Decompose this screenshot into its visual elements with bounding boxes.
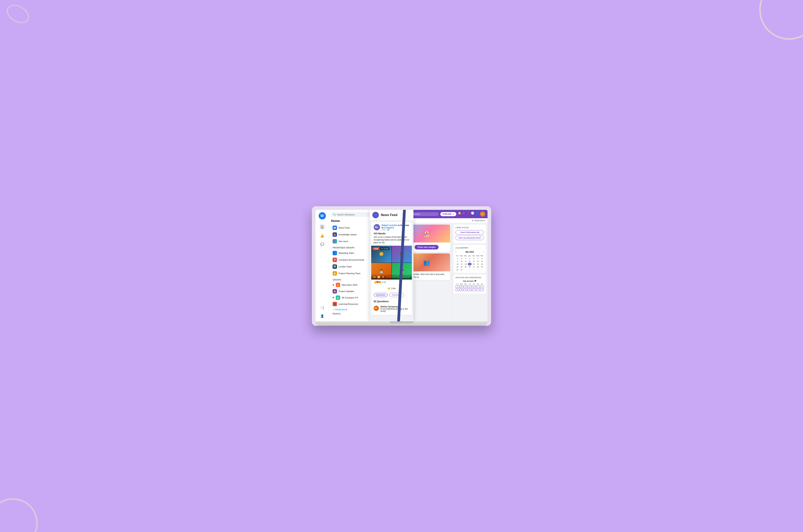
cal-day-7[interactable]: 7 <box>476 257 480 260</box>
cal-day-jun-3[interactable]: 3 <box>472 268 476 271</box>
right-header: 🔍 Rechercher PUBLIER ↗ 🔔 ☆ ❓ 🕐 👤 <box>401 210 487 218</box>
cal-day-8[interactable]: 8 <box>480 257 484 260</box>
sidebar-notifications-icon[interactable]: 🔔 <box>319 232 325 239</box>
cal-day-6[interactable]: 6 <box>472 257 476 260</box>
post-author-avatar: RL <box>374 224 380 230</box>
cal-day-18[interactable]: 18 <box>464 263 468 265</box>
cal-day-27[interactable]: 27 <box>472 266 476 268</box>
poser-conges-button[interactable]: Poser mes congés <box>415 245 438 249</box>
sidebar-profile-icon[interactable]: 👤 <box>319 313 325 319</box>
nav-label-see-more: See more <box>339 240 348 243</box>
cal-day-22[interactable]: 22 <box>480 263 484 265</box>
rewind-icon[interactable]: ⏪ <box>377 276 380 278</box>
like-button[interactable]: 👍 Like <box>384 286 399 291</box>
search-placeholder-text: Search Workplace <box>337 213 355 216</box>
cal-header-lun: lun. <box>455 254 460 257</box>
applications-label: Applications <box>474 220 485 222</box>
header-actions: 🔔 ☆ ❓ 🕐 👤 R <box>458 211 485 216</box>
right-panel: 🔍 Rechercher PUBLIER ↗ 🔔 ☆ ❓ 🕐 👤 <box>401 210 487 321</box>
cal-day-20[interactable]: 20 <box>472 263 476 265</box>
liens-utiles-title: LIENS UTILES <box>455 227 484 229</box>
laptop-frame: W 🏠 🔔 💬 📑 👤 🔍 Se <box>312 206 491 326</box>
cal-day-23[interactable]: 23 <box>455 266 460 268</box>
cal-day-17[interactable]: 17 <box>460 263 464 265</box>
questions-section: 52 Questions SC Shirley Christensen Is o… <box>371 299 412 315</box>
post-meta: Rafael Leardini is live now in Company 5… <box>381 224 409 231</box>
sidebar-messages-icon[interactable]: 💬 <box>319 241 325 247</box>
all-company-avatar: 🏢 <box>336 296 340 300</box>
bg-decoration-circle-2 <box>0 498 38 532</box>
feed-globe-icon: 🌐 <box>372 212 379 218</box>
cal-day-13[interactable]: 13 <box>472 260 476 263</box>
like-icon: 👍 <box>387 287 390 289</box>
pres-header-m3: M.3 <box>464 283 467 285</box>
cal-day-15[interactable]: 15 <box>480 260 484 263</box>
pres-cell-1-3: 24 <box>464 285 467 288</box>
pres-cell-1-6: 4 <box>476 285 480 288</box>
cal-day-29[interactable]: 29 <box>480 266 484 268</box>
questions-tab[interactable]: Questions <box>374 293 388 297</box>
cal-day-jun-4[interactable]: 4 <box>476 268 480 271</box>
question-item: SC Shirley Christensen Is our marketing … <box>374 304 409 314</box>
cal-day-4[interactable]: 4 <box>464 257 468 260</box>
app-logo[interactable]: W <box>319 212 326 220</box>
clock-icon[interactable]: 🕐 <box>471 211 474 216</box>
demande-evol-button[interactable]: Faire une demande d'évol' <box>455 236 484 240</box>
cal-day-30[interactable]: 30 <box>455 268 460 271</box>
pres-header-d7: D.7 <box>480 283 484 285</box>
pres-cell-1-2: 26 <box>460 285 463 288</box>
user-icon[interactable]: 👤 <box>475 211 479 216</box>
sidebar-bookmarks-icon[interactable]: 📑 <box>319 305 325 310</box>
cal-day-14[interactable]: 14 <box>476 260 480 263</box>
cal-day-9[interactable]: 9 <box>455 260 460 263</box>
cal-day-16[interactable]: 16 <box>455 263 460 265</box>
help-icon[interactable]: ❓ <box>466 211 470 216</box>
reactions-row: 👍 ❤️ 😮 6.9K <box>371 280 412 285</box>
pause-icon[interactable]: ⏸ <box>382 276 384 278</box>
progress-bar[interactable] <box>386 277 410 277</box>
cal-day-21[interactable]: 21 <box>476 263 480 265</box>
cal-day-12[interactable]: 12 <box>468 260 472 263</box>
cal-day-jun-2[interactable]: 2 <box>468 268 472 271</box>
cal-day-jun-1[interactable]: 1 <box>464 268 468 271</box>
skip-back-icon[interactable]: ⏮ <box>373 276 376 278</box>
cal-day-19-today[interactable]: 19 <box>468 263 472 265</box>
pres-cell-2-5: 17 <box>472 288 476 291</box>
star-icon[interactable]: ☆ <box>463 211 465 216</box>
user-avatar[interactable]: R <box>480 211 485 216</box>
question-text: Is our marketing strategy in the reorg? <box>380 308 409 312</box>
calendar-grid: lun. mar. mer. jeu. ven. sam. dim. 2 <box>455 254 484 271</box>
cal-day-28[interactable]: 28 <box>476 266 480 268</box>
cal-day-3[interactable]: 3 <box>460 257 464 260</box>
cal-day-25[interactable]: 25 <box>464 266 468 268</box>
wow-reaction: 😮 <box>378 281 381 284</box>
cal-day-26[interactable]: 26 <box>468 266 472 268</box>
calendar-nav: ‹ Mai 2022 › <box>455 250 484 253</box>
cal-day-5[interactable]: 5 <box>468 257 472 260</box>
laptop-container: W 🏠 🔔 💬 📑 👤 🔍 Se <box>312 206 491 326</box>
group-label-london-team: London Team <box>339 265 352 268</box>
pres-cell-2-7: 0 <box>480 288 484 291</box>
calendar-prev-button[interactable]: ‹ <box>455 250 456 253</box>
info-rh-button[interactable]: Toute l'information RH <box>455 230 484 234</box>
calendar-next-button[interactable]: › <box>483 250 484 253</box>
sidebar-home-icon[interactable]: 🏠 <box>319 224 325 230</box>
cal-day-31[interactable]: 31 <box>460 268 464 271</box>
cal-day-10[interactable]: 10 <box>460 260 464 263</box>
pres-cell-1-4: 19 <box>468 285 472 288</box>
cal-day-24[interactable]: 24 <box>460 266 464 268</box>
notifications-icon[interactable]: 🔔 <box>458 211 461 216</box>
presence-headers-grid: L.2 M.2 M.3 J.4 V.5 S.6 D.7 <box>455 283 484 285</box>
cal-day-11[interactable]: 11 <box>464 260 468 263</box>
comments-tab[interactable]: Comments <box>389 293 404 297</box>
publish-icon: ↗ <box>452 213 454 215</box>
cal-day-2[interactable]: 2 <box>455 257 460 260</box>
group-label-learning-resources: Learning Resources <box>339 303 358 305</box>
publish-button[interactable]: PUBLIER ↗ <box>440 212 456 216</box>
feed-title: News Feed <box>381 213 397 217</box>
cal-day-jun-5[interactable]: 5 <box>480 268 484 271</box>
calendar-month: Mai 2022 <box>466 251 474 253</box>
question-author: Shirley Christensen <box>380 306 409 308</box>
progress-fill <box>386 277 394 277</box>
post-author-name: Rafael Leardini is live now in Company <box>381 224 409 229</box>
